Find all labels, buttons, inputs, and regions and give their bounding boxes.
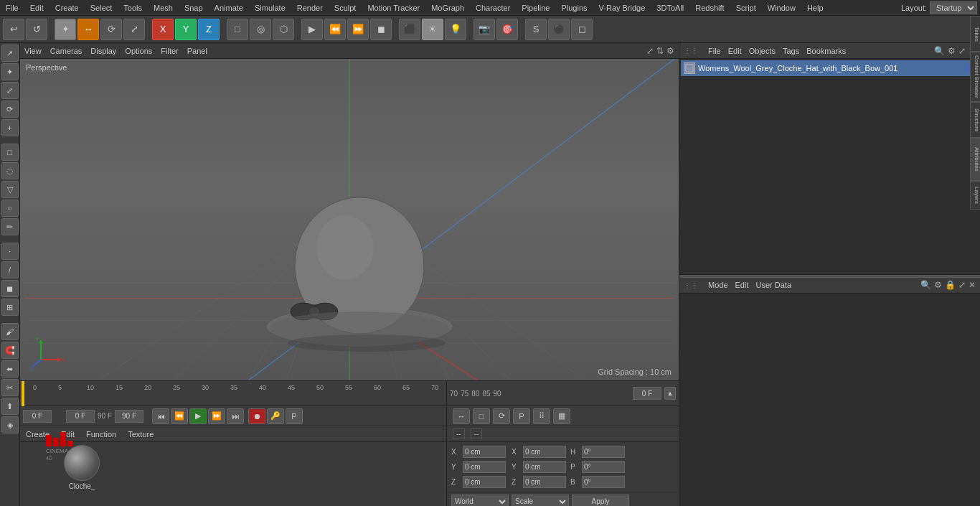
goto-start-button[interactable]: ⏮: [152, 408, 169, 424]
undo-button[interactable]: ↩: [3, 19, 24, 40]
menu-snap[interactable]: Snap: [179, 2, 209, 14]
tool-uvs[interactable]: ⊞: [1, 299, 19, 316]
attr-menu-userdata[interactable]: User Data: [756, 281, 792, 289]
tool-mirror[interactable]: ⬌: [1, 360, 19, 378]
filter-icon[interactable]: ⚙: [948, 46, 956, 56]
om-menu-file[interactable]: File: [708, 47, 721, 55]
tool-tweak[interactable]: ↗: [1, 44, 19, 62]
play-button[interactable]: ▶: [189, 408, 207, 424]
attr-lock-icon[interactable]: 🔒: [945, 280, 956, 290]
viewport[interactable]: View Cameras Display Options Filter Pane…: [20, 43, 679, 380]
viewport-menu-options[interactable]: Options: [125, 47, 152, 55]
tab-structure[interactable]: Structure: [970, 102, 980, 138]
select-tool-button[interactable]: ✦: [55, 19, 76, 40]
move-tool-button[interactable]: ↔: [77, 19, 99, 40]
menu-render[interactable]: Render: [291, 2, 329, 14]
keyframe-toggle-button[interactable]: P: [513, 408, 530, 424]
preview-end-frame-input[interactable]: [66, 410, 95, 423]
om-menu-objects[interactable]: Objects: [749, 47, 776, 55]
menu-vray[interactable]: V-Ray Bridge: [593, 2, 651, 14]
pos-z-input[interactable]: [463, 476, 506, 488]
render-region-button[interactable]: ⏪: [324, 19, 346, 40]
tool-points[interactable]: ·: [1, 243, 19, 260]
floor-object-button[interactable]: ⬛: [399, 19, 420, 40]
tool-edges[interactable]: /: [1, 261, 19, 278]
keyframe-grid-button[interactable]: ⠿: [533, 408, 550, 424]
viewport-menu-display[interactable]: Display: [90, 47, 116, 55]
menu-create[interactable]: Create: [50, 2, 85, 14]
tool-rotate2[interactable]: ⟳: [1, 100, 19, 118]
viewport-settings-icon[interactable]: ⚙: [666, 46, 674, 56]
size-y-input[interactable]: [523, 461, 566, 473]
attr-menu-mode[interactable]: Mode: [708, 281, 728, 289]
tool-move[interactable]: ✦: [1, 63, 19, 80]
menu-plugins[interactable]: Plugins: [555, 2, 593, 14]
layout-dropdown[interactable]: Startup: [930, 1, 977, 14]
step-back-button[interactable]: ⏪: [171, 408, 188, 424]
menu-character[interactable]: Character: [470, 2, 516, 14]
menu-simulate[interactable]: Simulate: [249, 2, 291, 14]
viewport-menu-view[interactable]: View: [24, 47, 42, 55]
menu-window[interactable]: Window: [762, 2, 801, 14]
menu-motion-tracker[interactable]: Motion Tracker: [362, 2, 425, 14]
tab-takes[interactable]: Takes: [970, 16, 980, 52]
menu-file[interactable]: File: [0, 2, 24, 14]
menu-pipeline[interactable]: Pipeline: [516, 2, 555, 14]
sky-object-button[interactable]: ☀: [422, 19, 443, 40]
world-select[interactable]: World: [451, 495, 509, 507]
camera-button[interactable]: 📷: [473, 19, 495, 40]
tool-lasso[interactable]: ◌: [1, 162, 19, 179]
menu-edit[interactable]: Edit: [24, 2, 50, 14]
tool-knife[interactable]: ✂: [1, 379, 19, 396]
om-menu-bookmarks[interactable]: Bookmarks: [806, 47, 846, 55]
pos-x-input[interactable]: [463, 446, 506, 458]
object-list[interactable]: L 0 Womens_Wool_Grey_Cloche_Hat_with_Bla…: [679, 59, 980, 274]
z-axis-button[interactable]: Z: [198, 19, 220, 40]
polygon-button[interactable]: ⚫: [548, 19, 570, 40]
tool-box-select[interactable]: □: [1, 144, 19, 161]
menu-script[interactable]: Script: [730, 2, 762, 14]
tool-bevel[interactable]: ◈: [1, 416, 19, 434]
texture-mode-button[interactable]: ⬡: [273, 19, 294, 40]
tool-transform[interactable]: +: [1, 119, 19, 136]
spline-button[interactable]: ◻: [571, 19, 593, 40]
menu-help[interactable]: Help: [801, 2, 829, 14]
keyframe-button[interactable]: P: [286, 408, 303, 424]
rot-h-input[interactable]: [582, 446, 625, 458]
render-picture-button[interactable]: ⏩: [347, 19, 369, 40]
step-forward-button[interactable]: ⏩: [208, 408, 225, 424]
tool-polys[interactable]: ◼: [1, 280, 19, 297]
end-frame-input[interactable]: [115, 410, 143, 423]
object-row[interactable]: L 0 Womens_Wool_Grey_Cloche_Hat_with_Bla…: [681, 60, 979, 76]
menu-animate[interactable]: Animate: [209, 2, 249, 14]
render-settings-button[interactable]: ◼: [370, 19, 392, 40]
timeline-ruler[interactable]: 0 5 10 15 20 25 30 35 40 45 50 55 60 65: [20, 381, 447, 406]
tool-circle[interactable]: ○: [1, 200, 19, 217]
scale-tool-button[interactable]: ⤢: [123, 19, 145, 40]
pos-y-input[interactable]: [463, 461, 506, 473]
coord-dash1[interactable]: --: [453, 428, 465, 439]
redo-button[interactable]: ↺: [26, 19, 47, 40]
snap-tool-button[interactable]: S: [525, 19, 547, 40]
menu-sculpt[interactable]: Sculpt: [329, 2, 362, 14]
menu-redshift[interactable]: Redshift: [689, 2, 730, 14]
search-icon[interactable]: 🔍: [934, 46, 945, 56]
viewport-menu-filter[interactable]: Filter: [161, 47, 178, 55]
preview-start-input[interactable]: [23, 410, 52, 423]
coord-dash2[interactable]: --: [471, 428, 483, 439]
tool-extrude[interactable]: ⬆: [1, 398, 19, 415]
tool-polygon[interactable]: ▽: [1, 181, 19, 198]
mat-menu-function[interactable]: Function: [86, 430, 116, 439]
attr-menu-edit[interactable]: Edit: [735, 281, 749, 289]
frame-up-button[interactable]: ▲: [664, 387, 676, 400]
object-mode-button[interactable]: □: [227, 19, 248, 40]
viewport-canvas[interactable]: .gl{stroke:#777;stroke-width:0.5;opacity…: [20, 59, 679, 380]
render-viewport-button[interactable]: ▶: [301, 19, 323, 40]
expand-icon[interactable]: ⤢: [958, 46, 966, 56]
current-frame-input[interactable]: [633, 387, 661, 400]
rotate-keyframe-button[interactable]: ⟳: [493, 408, 510, 424]
tool-magnet[interactable]: 🧲: [1, 342, 19, 359]
attr-search-icon[interactable]: 🔍: [920, 280, 931, 290]
tab-content-browser[interactable]: Content Browser: [970, 52, 980, 102]
scale-keyframe-button[interactable]: □: [473, 408, 490, 424]
